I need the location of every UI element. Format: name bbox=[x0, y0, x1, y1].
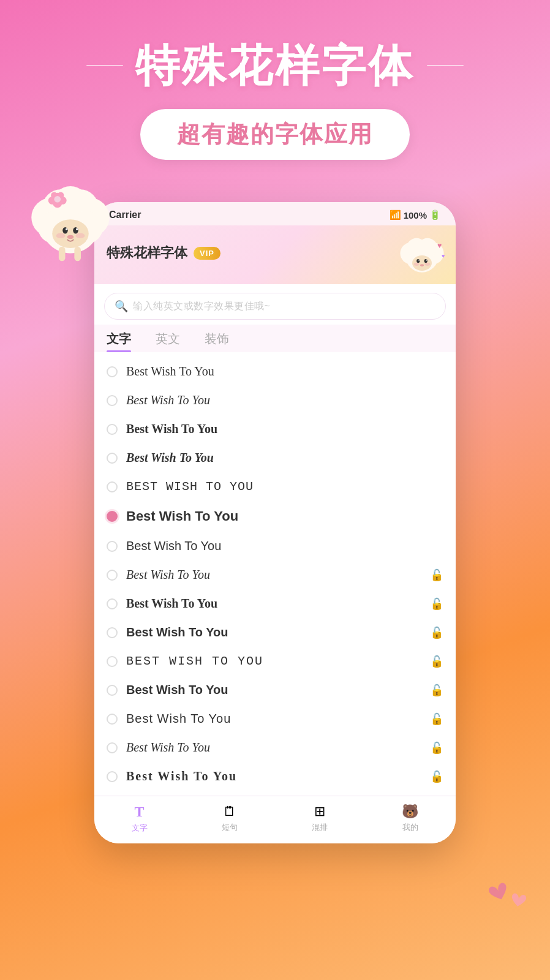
font-text: Best Wish To You bbox=[126, 741, 421, 755]
search-placeholder: 输入纯英文或数字效果更佳哦~ bbox=[133, 300, 270, 313]
title-line-left bbox=[86, 65, 123, 66]
font-text: Best Wish To You bbox=[126, 625, 421, 639]
list-item[interactable]: Best Wish To You 🔓 bbox=[94, 618, 456, 647]
nav-wode-icon: 🐻 bbox=[402, 804, 418, 820]
list-item[interactable]: Best Wish To You 🔓 bbox=[94, 704, 456, 733]
font-text: Best Wish To You bbox=[126, 422, 443, 436]
phone-mockup: Carrier 📶 100% 🔋 特殊花样字体 VIP bbox=[94, 202, 456, 843]
list-item[interactable]: Best Wish To You bbox=[94, 386, 456, 415]
list-item[interactable]: Best Wish To You 🔓 bbox=[94, 589, 456, 618]
radio-dot bbox=[107, 742, 118, 753]
status-bar: Carrier 📶 100% 🔋 bbox=[94, 202, 456, 225]
font-text: Best Wish To You bbox=[126, 393, 443, 407]
radio-dot bbox=[107, 424, 118, 435]
lock-icon: 🔓 bbox=[430, 568, 443, 582]
vip-badge: VIP bbox=[194, 247, 220, 260]
list-item[interactable]: BEST WISH TO YOU 🔓 bbox=[94, 647, 456, 676]
svg-point-22 bbox=[54, 196, 61, 203]
font-text: Best Wish To You bbox=[126, 539, 443, 553]
decorative-hearts bbox=[483, 861, 538, 919]
signal-icon: 📶 bbox=[390, 209, 401, 221]
font-text: Best Wish To You bbox=[126, 568, 421, 582]
radio-dot bbox=[107, 481, 118, 492]
tab-yingwen[interactable]: 英文 bbox=[156, 331, 180, 352]
list-item[interactable]: Best Wish To You bbox=[94, 357, 456, 386]
font-text: Best Wish To You bbox=[126, 451, 443, 465]
main-title: 特殊花样字体 bbox=[135, 39, 415, 92]
lock-icon: 🔓 bbox=[430, 741, 443, 755]
status-right: 📶 100% 🔋 bbox=[390, 209, 441, 221]
nav-wenzi-label: 文字 bbox=[132, 823, 148, 834]
font-text: BEST WISH TO YOU bbox=[126, 654, 421, 668]
nav-hunpai-label: 混排 bbox=[312, 822, 328, 833]
list-item[interactable]: Best Wish To You 🔓 bbox=[94, 733, 456, 762]
battery-icon: 🔋 bbox=[429, 209, 441, 221]
app-header: 特殊花样字体 VIP ♥ ♥ bbox=[94, 225, 456, 284]
svg-point-37 bbox=[424, 263, 430, 266]
radio-dot bbox=[107, 395, 118, 406]
list-item[interactable]: Best Wish To You bbox=[94, 532, 456, 560]
radio-dot bbox=[107, 627, 118, 638]
nav-duanju-icon: 🗒 bbox=[223, 804, 236, 820]
font-text: BEST WISH TO YOU bbox=[126, 480, 443, 494]
radio-dot bbox=[107, 714, 118, 725]
radio-dot bbox=[107, 541, 118, 552]
bottom-nav: T 文字 🗒 短句 ⊞ 混排 🐻 我的 bbox=[94, 796, 456, 843]
nav-hunpai-icon: ⊞ bbox=[314, 804, 325, 820]
svg-point-36 bbox=[414, 263, 420, 266]
list-item[interactable]: BEST WISH TO YOU bbox=[94, 472, 456, 501]
radio-dot bbox=[107, 453, 118, 464]
list-item[interactable]: Best Wish To You bbox=[94, 415, 456, 443]
nav-item-hunpai[interactable]: ⊞ 混排 bbox=[312, 804, 328, 834]
nav-item-duanju[interactable]: 🗒 短句 bbox=[222, 804, 238, 834]
battery-text: 100% bbox=[404, 210, 427, 221]
svg-rect-24 bbox=[74, 247, 81, 261]
radio-dot bbox=[107, 685, 118, 696]
nav-item-wode[interactable]: 🐻 我的 bbox=[402, 804, 418, 834]
list-item[interactable]: Best Wish To You 🔓 bbox=[94, 676, 456, 704]
svg-point-15 bbox=[76, 233, 85, 239]
search-icon: 🔍 bbox=[115, 300, 128, 313]
list-item[interactable]: Best Wish To You bbox=[94, 501, 456, 532]
font-text: Best Wish To You bbox=[126, 364, 443, 379]
radio-dot bbox=[107, 598, 118, 609]
search-bar[interactable]: 🔍 输入纯英文或数字效果更佳哦~ bbox=[104, 293, 446, 320]
radio-dot bbox=[107, 366, 118, 377]
nav-wode-label: 我的 bbox=[402, 822, 418, 833]
lock-icon: 🔓 bbox=[430, 626, 443, 639]
svg-point-35 bbox=[420, 264, 424, 266]
sheep-decoration-left bbox=[18, 165, 122, 270]
tab-zhuangshi[interactable]: 装饰 bbox=[205, 331, 229, 352]
svg-point-31 bbox=[416, 259, 420, 263]
svg-point-13 bbox=[67, 235, 74, 239]
radio-dot bbox=[107, 570, 118, 581]
lock-icon: 🔓 bbox=[430, 770, 443, 783]
list-item[interactable]: Best Wish To You bbox=[94, 443, 456, 472]
font-text: Best Wish To You bbox=[126, 508, 443, 524]
lock-icon: 🔓 bbox=[430, 597, 443, 611]
nav-item-wenzi[interactable]: T 文字 bbox=[132, 804, 148, 834]
list-item[interactable]: Best Wish To You 🔓 bbox=[94, 560, 456, 589]
svg-point-34 bbox=[426, 260, 428, 261]
font-list: Best Wish To You Best Wish To You Best W… bbox=[94, 352, 456, 796]
subtitle-text: 超有趣的字体应用 bbox=[177, 121, 373, 147]
svg-text:♥: ♥ bbox=[442, 253, 445, 259]
tab-wenzi[interactable]: 文字 bbox=[107, 331, 131, 352]
radio-dot-selected bbox=[107, 511, 118, 522]
font-text: Best Wish To You bbox=[126, 712, 421, 726]
svg-point-12 bbox=[76, 228, 78, 230]
title-decorative-lines: 特殊花样字体 bbox=[0, 39, 550, 92]
font-text: Best Wish To You bbox=[126, 683, 421, 697]
lock-icon: 🔓 bbox=[430, 655, 443, 668]
title-line-right bbox=[427, 65, 464, 66]
svg-point-9 bbox=[62, 227, 68, 234]
nav-duanju-label: 短句 bbox=[222, 822, 238, 833]
svg-point-14 bbox=[56, 233, 66, 239]
svg-point-11 bbox=[66, 228, 67, 230]
svg-rect-23 bbox=[59, 247, 66, 261]
svg-text:♥: ♥ bbox=[437, 241, 442, 250]
radio-dot bbox=[107, 771, 118, 782]
list-item[interactable]: Best Wish To You 🔓 bbox=[94, 762, 456, 791]
top-section: 特殊花样字体 超有趣的字体应用 bbox=[0, 0, 550, 160]
tabs-row: 文字 英文 装饰 bbox=[94, 325, 456, 352]
